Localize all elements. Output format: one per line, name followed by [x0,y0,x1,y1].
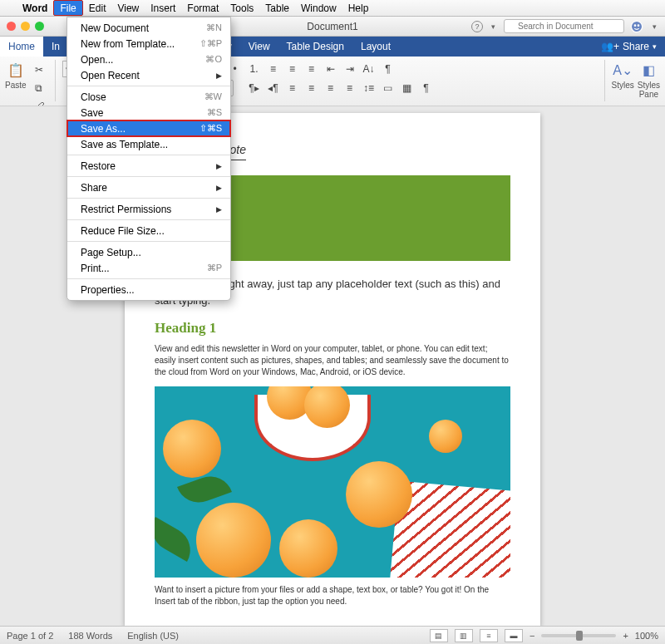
rtl-icon[interactable]: ◂¶ [264,80,283,96]
zoom-in-icon[interactable]: + [623,631,628,641]
maximize-icon[interactable] [35,22,44,31]
paragraph-2[interactable]: Want to insert a picture from your files… [155,584,510,607]
menu-table[interactable]: Table [259,0,295,16]
styles-group[interactable]: A⌄ Styles [612,60,634,90]
show-marks-icon[interactable]: ¶ [379,61,397,77]
close-icon[interactable] [7,22,16,31]
minimize-icon[interactable] [21,22,30,31]
zoom-out-icon[interactable]: − [530,631,534,641]
sort-icon[interactable]: A↓ [360,61,378,77]
submenu-arrow-icon: ▶ [216,184,222,192]
status-words[interactable]: 188 Words [68,631,112,641]
svg-point-2 [638,25,638,26]
menu-edit[interactable]: Edit [83,0,112,16]
help-dropdown-icon[interactable]: ▾ [488,22,499,31]
ltr-icon[interactable]: ¶▸ [245,80,264,96]
menu-tools[interactable]: Tools [224,0,259,16]
file-menu-share[interactable]: Share▶ [67,179,230,195]
zoom-level[interactable]: 100% [635,631,658,641]
svg-point-1 [634,25,635,26]
view-web-icon[interactable]: ▥ [455,629,473,642]
menu-app[interactable]: Word [17,0,53,16]
tab-table-design[interactable]: Table Design [278,37,352,57]
file-menu-dropdown: New Document⌘NNew from Template...⇧⌘POpe… [66,17,231,301]
file-menu-restrict-permissions[interactable]: Restrict Permissions▶ [67,201,230,217]
align-left-icon[interactable]: ≡ [283,61,302,77]
paragraph-icon[interactable]: ¶ [417,80,436,96]
menu-file[interactable]: File [53,0,82,16]
styles-pane-icon: ◧ [638,60,658,80]
file-menu-page-setup[interactable]: Page Setup... [67,244,230,260]
tab-layout[interactable]: Layout [352,37,399,57]
file-menu-print[interactable]: Print...⌘P [67,260,230,276]
numbering-icon[interactable]: 1. [245,61,264,77]
align-r-icon[interactable]: ≡ [322,80,340,96]
view-print-icon[interactable]: ▤ [430,629,448,642]
document-title: Document1 [307,21,357,32]
format-painter-icon[interactable]: 🖌 [30,98,48,106]
file-menu-open-recent[interactable]: Open Recent▶ [67,67,230,83]
peach-shape [429,420,462,453]
tab-home[interactable]: Home [0,37,43,57]
borders-icon[interactable]: ▦ [398,80,416,96]
paste-group[interactable]: 📋 Paste [5,60,27,90]
copy-icon[interactable]: ⧉ [30,80,48,96]
indent-inc-icon[interactable]: ⇥ [341,61,359,77]
multilevel-icon[interactable]: ≡ [264,61,283,77]
styles-pane-group[interactable]: ◧ Styles Pane [638,60,660,99]
styles-pane-label: Styles Pane [638,81,660,99]
help-icon[interactable]: ? [471,21,483,32]
menu-format[interactable]: Format [181,0,224,16]
share-button[interactable]: 👥+Share▾ [593,37,665,57]
status-page[interactable]: Page 1 of 2 [7,631,53,641]
status-language[interactable]: English (US) [127,631,179,641]
file-menu-reduce-file-size[interactable]: Reduce File Size... [67,223,230,238]
share-icon: 👥+ [601,41,619,52]
menu-item-label: Open... [81,54,113,66]
align-c-icon[interactable]: ≡ [303,80,321,96]
justify-icon[interactable]: ≡ [341,80,359,96]
search-input[interactable] [504,19,624,33]
cut-icon[interactable]: ✂ [30,61,48,78]
menu-help[interactable]: Help [342,0,375,16]
menu-view[interactable]: View [111,0,145,16]
file-menu-save-as[interactable]: Save As...⇧⌘S [67,120,230,136]
menu-window[interactable]: Window [295,0,342,16]
tab-view[interactable]: View [240,37,278,57]
view-draft-icon[interactable]: ▬ [505,629,523,642]
menu-item-label: New from Template... [81,38,175,50]
paragraph-1[interactable]: View and edit this newsletter in Word on… [155,343,510,378]
styles-label: Styles [612,81,634,90]
file-menu-close[interactable]: Close⌘W [67,89,230,105]
submenu-arrow-icon: ▶ [216,205,222,214]
account-icon[interactable] [629,19,644,34]
window-controls [0,22,44,31]
menu-item-label: Reduce File Size... [81,225,165,237]
menu-item-label: Restore [81,160,116,172]
file-menu-properties[interactable]: Properties... [67,282,230,297]
file-menu-save-as-template[interactable]: Save as Template... [67,136,230,152]
indent-dec-icon[interactable]: ⇤ [322,61,340,77]
file-menu-new-from-template[interactable]: New from Template...⇧⌘P [67,36,230,52]
align-center-icon[interactable]: ≡ [303,61,321,77]
file-menu-save[interactable]: Save⌘S [67,105,230,120]
peach-shape [279,519,337,578]
menu-insert[interactable]: Insert [145,0,181,16]
file-menu-open[interactable]: Open...⌘O [67,52,230,67]
shading-icon[interactable]: ▭ [379,80,397,96]
inline-image[interactable] [155,386,510,578]
heading-1[interactable]: Heading 1 [155,320,510,337]
menu-shortcut: ⇧⌘P [200,38,222,49]
menu-item-label: Share [81,182,107,194]
view-outline-icon[interactable]: ≡ [480,629,498,642]
line-spacing-icon[interactable]: ↕≡ [360,80,378,96]
menu-separator [67,176,230,177]
file-menu-restore[interactable]: Restore▶ [67,158,230,174]
menu-item-label: Save As... [81,123,126,135]
account-dropdown-icon[interactable]: ▾ [649,22,660,31]
menu-shortcut: ⇧⌘S [200,123,222,134]
file-menu-new-document[interactable]: New Document⌘N [67,20,230,36]
zoom-slider[interactable] [541,634,616,637]
tab-insert[interactable]: In [43,37,68,57]
align-l-icon[interactable]: ≡ [283,80,302,96]
